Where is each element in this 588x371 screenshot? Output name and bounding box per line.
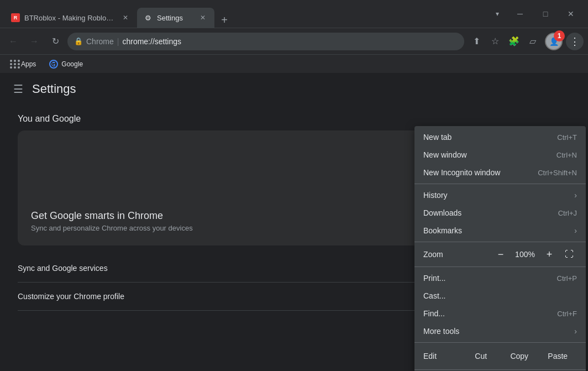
edit-row: Edit Cut Copy Paste: [414, 345, 586, 367]
omnibox[interactable]: 🔒 Chrome | chrome://settings: [67, 33, 464, 50]
menu-divider-2: [414, 242, 586, 242]
menu-item-incognito-label: New Incognito window: [423, 168, 538, 177]
menu-item-more-tools[interactable]: More tools ›: [414, 322, 586, 340]
address-url[interactable]: chrome://settings: [122, 37, 181, 46]
maximize-button[interactable]: □: [533, 5, 558, 23]
menu-item-history-label: History: [423, 191, 570, 200]
cut-button[interactable]: Cut: [462, 347, 501, 365]
zoom-minus-button[interactable]: −: [493, 247, 508, 262]
reload-button[interactable]: ↻: [46, 33, 64, 50]
apps-label: Apps: [21, 60, 36, 68]
tab-list-button[interactable]: ▾: [490, 6, 505, 22]
bookmark-apps[interactable]: Apps: [4, 58, 41, 71]
zoom-plus-button[interactable]: +: [542, 247, 557, 262]
menu-divider-3: [414, 267, 586, 267]
sync-card-title: Get Google smarts in Chrome: [31, 210, 163, 222]
menu-divider-5: [414, 369, 586, 370]
settings-item-profile-label: Customize your Chrome profile: [18, 292, 124, 301]
sync-card-subtitle: Sync and personalize Chrome across your …: [31, 224, 193, 232]
menu-item-history[interactable]: History ›: [414, 186, 586, 204]
close-button[interactable]: ✕: [558, 5, 584, 23]
menu-item-incognito-shortcut: Ctrl+Shift+N: [538, 169, 577, 177]
menu-item-bookmarks-arrow: ›: [574, 226, 577, 235]
menu-item-downloads[interactable]: Downloads Ctrl+J: [414, 204, 586, 222]
menu-item-cast-label: Cast...: [423, 291, 577, 300]
profile-button[interactable]: 👤 1: [545, 33, 563, 50]
back-button[interactable]: ←: [4, 33, 22, 50]
lock-icon: 🔒: [74, 37, 83, 45]
menu-icon[interactable]: ☰: [13, 82, 23, 96]
title-bar: R BTRoblox - Making Roblox Bette... ✕ ⚙ …: [0, 0, 588, 28]
tab-settings[interactable]: ⚙ Settings ✕: [137, 8, 214, 28]
copy-button[interactable]: Copy: [500, 347, 539, 365]
bookmark-button[interactable]: ☆: [486, 33, 504, 50]
menu-item-print-label: Print...: [423, 274, 557, 283]
zoom-row: Zoom − 100% + ⛶: [414, 244, 586, 264]
zoom-fullscreen-button[interactable]: ⛶: [561, 247, 577, 262]
menu-item-find[interactable]: Find... Ctrl+F: [414, 305, 586, 322]
menu-item-bookmarks-label: Bookmarks: [423, 226, 570, 235]
menu-item-bookmarks[interactable]: Bookmarks ›: [414, 222, 586, 239]
menu-item-new-window-shortcut: Ctrl+N: [556, 151, 577, 159]
menu-item-find-label: Find...: [423, 309, 557, 318]
share-button[interactable]: ⬆: [468, 33, 485, 50]
forward-button[interactable]: →: [25, 33, 43, 50]
apps-icon: [10, 60, 18, 69]
page-content: ☰ Settings You and Google: [0, 73, 588, 371]
tab-title-settings: Settings: [157, 14, 193, 22]
you-google-title: You and Google: [18, 114, 570, 124]
settings-item-sync-label: Sync and Google services: [18, 264, 108, 273]
screen-capture-button[interactable]: ▱: [524, 33, 542, 50]
menu-item-new-window-label: New window: [423, 150, 556, 159]
menu-item-new-tab-label: New tab: [423, 133, 557, 142]
minimize-button[interactable]: ─: [507, 5, 533, 23]
menu-item-find-shortcut: Ctrl+F: [557, 310, 577, 318]
menu-item-more-tools-label: More tools: [423, 327, 570, 336]
google-icon: [49, 60, 58, 69]
chrome-label: Chrome: [86, 37, 114, 46]
new-tab-button[interactable]: +: [217, 12, 232, 28]
tab-favicon-roblox: R: [11, 13, 20, 22]
menu-item-history-arrow: ›: [574, 191, 577, 200]
zoom-label: Zoom: [423, 250, 493, 259]
menu-item-print-shortcut: Ctrl+P: [557, 274, 577, 283]
tab-roblox[interactable]: R BTRoblox - Making Roblox Bette... ✕: [4, 8, 137, 28]
tab-title-roblox: BTRoblox - Making Roblox Bette...: [24, 14, 116, 22]
context-menu: New tab Ctrl+T New window Ctrl+N New Inc…: [414, 126, 586, 371]
menu-item-new-tab-shortcut: Ctrl+T: [557, 133, 577, 142]
more-options-button[interactable]: ⋮: [566, 33, 584, 50]
page-title: Settings: [32, 82, 76, 96]
menu-item-new-window[interactable]: New window Ctrl+N: [414, 146, 586, 164]
paste-button[interactable]: Paste: [539, 347, 578, 365]
tabs-area: R BTRoblox - Making Roblox Bette... ✕ ⚙ …: [4, 0, 490, 28]
extensions-button[interactable]: 🧩: [505, 33, 523, 50]
menu-item-downloads-label: Downloads: [423, 208, 558, 217]
address-separator: |: [117, 37, 119, 46]
settings-header: ☰ Settings: [0, 73, 588, 105]
zoom-value: 100%: [513, 250, 537, 259]
menu-item-new-tab[interactable]: New tab Ctrl+T: [414, 128, 586, 146]
menu-item-more-tools-arrow: ›: [574, 327, 577, 336]
address-bar: ← → ↻ 🔒 Chrome | chrome://settings ⬆ ☆ 🧩…: [0, 28, 588, 54]
window-controls: ─ □ ✕: [507, 5, 584, 23]
toolbar-actions: ⬆ ☆ 🧩 ▱ 👤 1 ⋮: [468, 33, 584, 50]
menu-divider-1: [414, 184, 586, 184]
tab-close-roblox[interactable]: ✕: [120, 13, 130, 23]
menu-divider-4: [414, 342, 586, 343]
menu-item-incognito[interactable]: New Incognito window Ctrl+Shift+N: [414, 164, 586, 181]
menu-item-print[interactable]: Print... Ctrl+P: [414, 269, 586, 287]
menu-item-cast[interactable]: Cast...: [414, 287, 586, 305]
menu-item-downloads-shortcut: Ctrl+J: [558, 209, 577, 217]
bookmarks-bar: Apps Google: [0, 54, 588, 73]
zoom-controls: − 100% + ⛶: [493, 247, 577, 262]
tab-favicon-settings: ⚙: [144, 13, 153, 22]
google-label: Google: [61, 60, 83, 68]
profile-badge: 1: [554, 30, 565, 41]
bookmark-google[interactable]: Google: [44, 58, 88, 71]
edit-label: Edit: [423, 352, 462, 360]
tab-close-settings[interactable]: ✕: [198, 13, 208, 23]
